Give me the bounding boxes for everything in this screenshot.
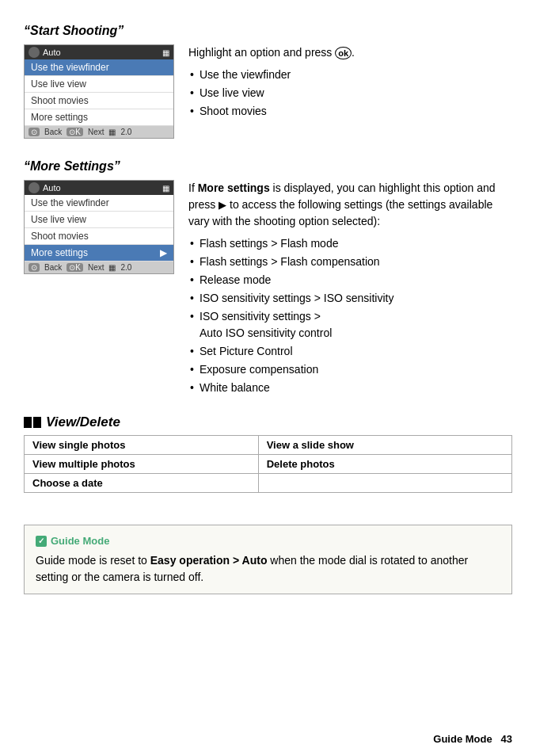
- ok-icon-1: ok: [335, 47, 352, 59]
- bullet-1-liveview: Use live view: [188, 84, 512, 102]
- camera-menu-2-header-label: Auto: [43, 183, 61, 193]
- section2-bullet-list: Flash settings > Flash mode Flash settin…: [188, 235, 512, 397]
- section2-body: If More settings is displayed, you can h…: [188, 180, 512, 397]
- bullet-2-flash-mode: Flash settings > Flash mode: [188, 235, 512, 253]
- menu-item-2-more-arrow: ▶: [160, 247, 167, 258]
- vd-icon: [24, 417, 41, 428]
- table-row-3: Choose a date: [25, 474, 512, 493]
- vd-icon-bar2: [33, 417, 41, 428]
- camera-menu-1-header-inner: Auto: [29, 47, 61, 58]
- table-cell-1-2: View a slide show: [258, 436, 511, 455]
- section-view-delete: View/Delete View single photos View a sl…: [24, 414, 512, 493]
- menu-item-1-viewfinder[interactable]: Use the viewfinder: [25, 59, 173, 76]
- bullet-2-white-balance: White balance: [188, 379, 512, 397]
- menu-number-2: ▦: [108, 263, 116, 272]
- page-footer: Guide Mode 43: [433, 733, 512, 745]
- view-delete-title: View/Delete: [46, 414, 120, 430]
- section2-title: “More Settings”: [24, 159, 512, 174]
- guide-mode-title-row: ✓ Guide Mode: [36, 533, 500, 549]
- next-btn-2[interactable]: ⊙K: [67, 263, 83, 272]
- guide-mode-body: Guide mode is reset to Easy operation > …: [36, 552, 500, 586]
- menu-version-1: 2.0: [120, 128, 131, 136]
- menu-item-1-more[interactable]: More settings: [25, 109, 173, 126]
- camera-menu-2-header-inner: Auto: [29, 182, 61, 193]
- camera-menu-2: Auto ▦ Use the viewfinder Use live view …: [24, 180, 174, 274]
- camera-menu-1-header: Auto ▦: [25, 45, 173, 59]
- back-btn-2[interactable]: ⊙: [29, 263, 40, 272]
- back-btn-1[interactable]: ⊙: [29, 128, 40, 136]
- table-cell-3-2: [258, 474, 511, 493]
- menu-number-1: ▦: [108, 128, 116, 136]
- menu-item-1-liveview[interactable]: Use live view: [25, 76, 173, 93]
- menu-item-1-movies[interactable]: Shoot movies: [25, 93, 173, 109]
- camera-menu-1-header-label: Auto: [43, 48, 61, 57]
- back-label-1: Back: [44, 128, 62, 136]
- footer-page-number: 43: [501, 733, 512, 745]
- menu-item-2-more-label: More settings: [31, 247, 88, 258]
- menu-item-2-liveview[interactable]: Use live view: [25, 212, 173, 228]
- bullet-2-flash-comp: Flash settings > Flash compensation: [188, 253, 512, 271]
- vd-icon-bar1: [24, 417, 32, 428]
- menu-squares-1: ▦: [162, 48, 169, 57]
- section-start-shooting: “Start Shooting” Auto ▦ Use the viewfind…: [24, 24, 512, 145]
- arrow-right-icon: ▶: [219, 199, 226, 211]
- next-label-2: Next: [88, 263, 105, 272]
- bullet-2-picture-control: Set Picture Control: [188, 342, 512, 361]
- next-label-1: Next: [88, 128, 105, 136]
- bullet-2-auto-iso: ISO sensitivity settings >Auto ISO sensi…: [188, 307, 512, 342]
- camera-icon-2: [29, 182, 40, 193]
- table-cell-1-1: View single photos: [25, 436, 259, 455]
- camera-menu-2-footer: ⊙ Back ⊙K Next ▦ 2.0: [25, 262, 173, 273]
- menu-version-2: 2.0: [120, 263, 131, 272]
- section1-bullet-list: Use the viewfinder Use live view Shoot m…: [188, 66, 512, 120]
- menu-item-2-viewfinder[interactable]: Use the viewfinder: [25, 195, 173, 212]
- view-delete-header: View/Delete: [24, 414, 512, 430]
- bullet-2-exposure: Exposure compensation: [188, 361, 512, 379]
- table-cell-3-1: Choose a date: [25, 474, 259, 493]
- table-cell-2-2: Delete photos: [258, 455, 511, 474]
- section1-body: Highlight an option and press ok. Use th…: [188, 44, 512, 120]
- bullet-2-iso-sens: ISO sensitivity settings > ISO sensitivi…: [188, 289, 512, 307]
- bullet-2-release: Release mode: [188, 271, 512, 289]
- camera-menu-2-header: Auto ▦: [25, 181, 173, 195]
- section1-body-intro: Highlight an option and press ok.: [188, 44, 512, 61]
- back-label-2: Back: [44, 263, 62, 272]
- guide-icon: ✓: [36, 536, 47, 547]
- bullet-1-viewfinder: Use the viewfinder: [188, 66, 512, 84]
- section-more-settings: “More Settings” Auto ▦ Use the viewfinde…: [24, 159, 512, 397]
- camera-icon-1: [29, 47, 40, 58]
- easy-operation-bold: Easy operation > Auto: [150, 554, 268, 567]
- section1-title: “Start Shooting”: [24, 24, 512, 38]
- section2-content-row: Auto ▦ Use the viewfinder Use live view …: [24, 180, 512, 397]
- guide-mode-box: ✓ Guide Mode Guide mode is reset to Easy…: [24, 525, 512, 594]
- camera-menu-1: Auto ▦ Use the viewfinder Use live view …: [24, 44, 174, 139]
- section1-content-row: Auto ▦ Use the viewfinder Use live view …: [24, 44, 512, 145]
- section2-body-text: If More settings is displayed, you can h…: [188, 180, 512, 230]
- bullet-1-movies: Shoot movies: [188, 102, 512, 120]
- table-cell-2-1: View multiple photos: [25, 455, 259, 474]
- menu-item-2-movies[interactable]: Shoot movies: [25, 228, 173, 245]
- more-settings-bold: More settings: [198, 181, 270, 194]
- table-row-2: View multiple photos Delete photos: [25, 455, 512, 474]
- footer-label: Guide Mode: [433, 733, 492, 745]
- menu-item-2-more[interactable]: More settings ▶: [25, 245, 173, 262]
- next-btn-1[interactable]: ⊙K: [67, 128, 83, 136]
- table-row-1: View single photos View a slide show: [25, 436, 512, 455]
- view-delete-table: View single photos View a slide show Vie…: [24, 435, 512, 493]
- camera-menu-1-footer: ⊙ Back ⊙K Next ▦ 2.0: [25, 126, 173, 138]
- menu-squares-2: ▦: [162, 184, 169, 193]
- guide-mode-label: Guide Mode: [51, 533, 109, 549]
